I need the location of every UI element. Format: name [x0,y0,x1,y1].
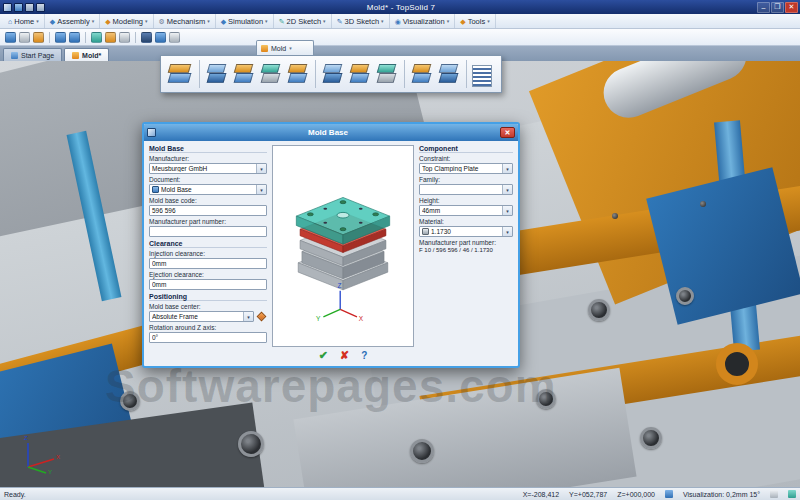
viewport-axis-triad: Z X Y [16,429,62,475]
dialog-titlebar[interactable]: Mold Base ✕ [144,124,518,141]
mold-toolbar-tab[interactable]: Mold ▾ [256,40,314,55]
mold-base-3d-preview: Z X Y [273,146,413,346]
mold-icon [261,45,268,52]
guide-pin-tool-icon[interactable] [348,60,372,88]
save-all-icon[interactable] [33,32,44,43]
status-y-coordinate: Y=+052,787 [569,491,607,498]
menu-tab-home[interactable]: ⌂Home▾ [3,14,45,28]
mold-base-dialog: Mold Base ✕ Mold Base Manufacturer: Meus… [142,122,520,368]
rotation-z-field[interactable]: 0° [149,332,267,343]
mold-base-tool-icon[interactable] [166,60,194,88]
cancel-button[interactable]: ✘ [340,349,349,362]
menu-tab-assembly[interactable]: ◆Assembly▾ [45,14,100,28]
save-icon[interactable] [14,3,23,12]
plate-tool-icon[interactable] [286,60,310,88]
height-select[interactable]: 46mm▾ [419,205,513,216]
ejector-tool-icon[interactable] [321,60,345,88]
section-component: Component [419,145,513,153]
menu-label: 3D Sketch [345,17,380,26]
app-icon[interactable] [3,3,12,12]
undo-icon[interactable] [55,32,66,43]
redo-icon[interactable] [69,32,80,43]
mold-base-center-row: Absolute Frame▾ [149,311,267,322]
redo-icon[interactable] [36,3,45,12]
cooling-tool-icon[interactable] [375,60,399,88]
status-visualization: Visualization: 0,2mm 15° [683,491,760,498]
constraint-value: Top Clamping Plate [422,165,502,172]
menu-tab-2d-sketch[interactable]: ✎2D Sketch▾ [274,14,332,28]
tab-start-page[interactable]: Start Page [3,48,62,61]
manufacturer-value: Meusburger GmbH [152,165,256,172]
assembly-icon: ◆ [50,18,55,25]
menu-tab-visualization[interactable]: ◉Visualization▾ [390,14,456,28]
display-mode-icon[interactable] [788,490,796,498]
chevron-down-icon: ▾ [92,18,95,24]
maximize-button[interactable]: ❒ [771,2,784,13]
tab-mold[interactable]: Mold* [64,48,109,61]
minimize-button[interactable]: – [757,2,770,13]
menu-tab-modeling[interactable]: ◆Modeling▾ [100,14,153,28]
tab-label: Start Page [21,52,54,59]
mold-base-preview[interactable]: Z X Y [272,145,414,347]
core-tool-icon[interactable] [205,60,229,88]
ejection-clearance-field[interactable]: 0mm [149,279,267,290]
document-label: Document: [149,176,267,183]
mold-base-code-field[interactable]: 596 596 [149,205,267,216]
modeling-icon: ◆ [105,18,110,25]
material-label: Material: [419,218,513,225]
menu-tab-simulation[interactable]: ◆Simulation▾ [216,14,274,28]
titlebar: Mold* - TopSolid 7 – ❒ ✕ [0,0,800,14]
chevron-down-icon[interactable]: ▾ [256,185,266,194]
rotation-z-value: 0° [152,334,266,341]
menu-tab-mechanism[interactable]: ⚙Mechanism▾ [154,14,216,28]
manufacturer-select[interactable]: Meusburger GmbH▾ [149,163,267,174]
status-ready: Ready. [4,491,513,498]
undo-icon[interactable] [25,3,34,12]
mold-base-code-label: Mold base code: [149,197,267,204]
coordinate-system-icon[interactable] [665,490,673,498]
sprue-tool-icon[interactable] [410,60,434,88]
manufacturer-part-number-field[interactable] [149,226,267,237]
constraint-select[interactable]: Top Clamping Plate▾ [419,163,513,174]
cavity-tool-icon[interactable] [232,60,256,88]
injection-clearance-field[interactable]: 0mm [149,258,267,269]
new-document-icon[interactable] [5,32,16,43]
section-positioning: Positioning [149,293,267,301]
open-icon[interactable] [19,32,30,43]
screw-head [612,213,618,219]
svg-text:X: X [359,315,364,322]
family-select[interactable]: ▾ [419,184,513,195]
material-select[interactable]: 1.1730▾ [419,226,513,237]
chevron-down-icon: ▾ [207,18,210,24]
document-select[interactable]: Mold Base▾ [149,184,267,195]
chevron-down-icon[interactable]: ▾ [502,227,512,236]
close-button[interactable]: ✕ [785,2,798,13]
height-value: 46mm [422,207,502,214]
insert-tool-icon[interactable] [259,60,283,88]
toolbar-separator [466,60,467,88]
material-icon [422,228,429,235]
menu-tab-3d-sketch[interactable]: ✎3D Sketch▾ [332,14,390,28]
component-tool-icon[interactable] [437,60,461,88]
mold-base-center-select[interactable]: Absolute Frame▾ [149,311,254,322]
chevron-down-icon[interactable]: ▾ [502,185,512,194]
chevron-down-icon[interactable]: ▾ [502,164,512,173]
render-mode-icon[interactable] [119,32,130,43]
bill-of-material-tool-icon[interactable] [472,65,492,87]
grid-icon[interactable] [770,490,778,498]
measure-icon[interactable] [91,32,102,43]
screw-head [700,201,706,207]
help-button[interactable]: ? [361,350,367,361]
mold-base-code-value: 596 596 [152,207,266,214]
chevron-down-icon[interactable]: ▾ [256,164,266,173]
section-icon[interactable] [105,32,116,43]
menu-label: Tools [468,17,486,26]
chevron-down-icon[interactable]: ▾ [502,206,512,215]
zoom-fit-icon[interactable] [141,32,152,43]
dialog-close-button[interactable]: ✕ [500,127,515,138]
chevron-down-icon[interactable]: ▾ [243,312,253,321]
frame-picker-button[interactable] [257,312,267,322]
ok-button[interactable]: ✔ [319,349,328,362]
family-label: Family: [419,176,513,183]
menu-tab-tools[interactable]: ◆Tools▾ [455,14,495,28]
